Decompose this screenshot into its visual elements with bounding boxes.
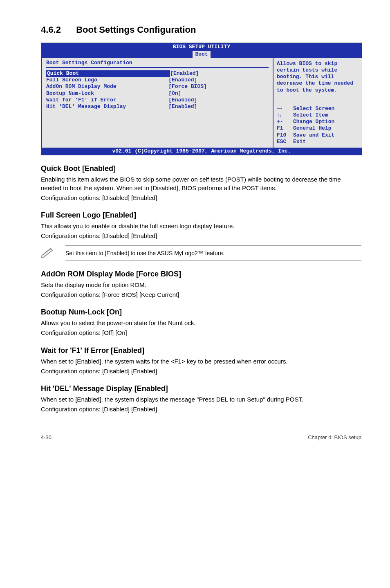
bios-setting-label: AddOn ROM Display Mode (46, 83, 168, 90)
bios-legend-key: ESC (277, 139, 293, 145)
section-heading: Boot Settings Configuration (76, 25, 196, 35)
bios-legend-row: ESCExit (277, 139, 359, 145)
bios-title: BIOS SETUP UTILITY (41, 44, 362, 50)
bios-setting-value: [Enabled] (168, 77, 197, 83)
fullscreen-desc: This allows you to enable or disable the… (41, 222, 361, 230)
bios-setting-label: Hit 'DEL' Message Display (46, 103, 168, 110)
bios-active-tab: Boot (193, 51, 210, 58)
addon-heading: AddOn ROM Display Mode [Force BIOS] (41, 270, 361, 278)
bios-help-text: Allows BIOS to skip certain tests while … (277, 61, 359, 105)
bios-legend-key: +- (277, 119, 293, 125)
bios-legend-row: ↑↓Select Item (277, 112, 359, 119)
numlock-desc: Allows you to select the power-on state … (41, 319, 361, 327)
bios-legend-text: Save and Exit (293, 132, 334, 139)
quickboot-options: Configuration options: [Disabled] [Enabl… (41, 194, 361, 202)
bios-legend-text: Select Screen (293, 105, 334, 112)
bios-setting-row: Quick Boot[Enabled] (46, 70, 269, 77)
bios-legend-row: +-Change Option (277, 119, 359, 125)
section-number: 4.6.2 (41, 25, 74, 35)
bios-setting-value: [Enabled] (168, 97, 197, 103)
waitf1-desc: When set to [Enabled], the system waits … (41, 357, 361, 366)
bios-setting-value: [Force BIOS] (168, 83, 207, 90)
bios-legend-row: F1General Help (277, 125, 359, 132)
bios-setting-label: Quick Boot (46, 70, 170, 77)
waitf1-options: Configuration options: [Disabled] [Enabl… (41, 367, 361, 375)
bios-setting-value: [Enabled] (170, 70, 199, 77)
bios-legend-text: Change Option (293, 119, 334, 125)
bios-setting-row: Full Screen Logo[Enabled] (46, 77, 269, 83)
bios-setting-label: Full Screen Logo (46, 77, 168, 83)
pen-note-icon (41, 247, 65, 259)
page-footer: 4-30 Chapter 4: BIOS setup (41, 434, 361, 440)
bios-legend-text: General Help (293, 125, 332, 132)
bios-setting-label: Wait for 'F1' if Error (46, 97, 168, 103)
quickboot-desc: Enabling this item allows the BIOS to sk… (41, 175, 361, 192)
bios-settings-list: Quick Boot[Enabled]Full Screen Logo[Enab… (46, 70, 269, 110)
bios-legend-row: ←→Select Screen (277, 105, 359, 112)
bios-header: BIOS SETUP UTILITY Boot (41, 43, 362, 58)
bios-setting-value: [On] (168, 90, 181, 97)
bios-setting-row: Hit 'DEL' Message Display[Enabled] (46, 103, 269, 110)
bios-legend-text: Select Item (293, 112, 328, 119)
addon-desc: Sets the display mode for option ROM. (41, 281, 361, 289)
page-number: 4-30 (41, 434, 52, 440)
bios-legend-row: F10Save and Exit (277, 132, 359, 139)
note-callout: Set this item to [Enabled] to use the AS… (41, 245, 361, 261)
bios-legend-key: ←→ (277, 105, 293, 112)
fullscreen-options: Configuration options: [Disabled] [Enabl… (41, 232, 361, 240)
bios-setting-row: AddOn ROM Display Mode[Force BIOS] (46, 83, 269, 90)
bios-legend-key: ↑↓ (277, 112, 293, 119)
fullscreen-heading: Full Screen Logo [Enabled] (41, 211, 361, 220)
addon-options: Configuration options: [Force BIOS] [Kee… (41, 291, 361, 299)
bios-panel-heading: Boot Settings Configuration (46, 60, 269, 68)
note-text: Set this item to [Enabled] to use the AS… (65, 245, 361, 261)
chapter-label: Chapter 4: BIOS setup (308, 434, 361, 440)
bios-legend-key: F10 (277, 132, 293, 139)
bios-screenshot: BIOS SETUP UTILITY Boot Boot Settings Co… (41, 43, 362, 155)
bios-main-panel: Boot Settings Configuration Quick Boot[E… (41, 58, 273, 148)
section-title: 4.6.2 Boot Settings Configuration (41, 25, 361, 35)
waitf1-heading: Wait for 'F1' If Error [Enabled] (41, 346, 361, 355)
bios-setting-value: [Enabled] (168, 103, 197, 110)
hitdel-heading: Hit 'DEL' Message Display [Enabled] (41, 384, 361, 393)
bios-help-panel: Allows BIOS to skip certain tests while … (273, 58, 362, 148)
bios-footer: v02.61 (C)Copyright 1985-2007, American … (41, 148, 362, 155)
bios-legend-text: Exit (293, 139, 306, 145)
hitdel-options: Configuration options: [Disabled] [Enabl… (41, 405, 361, 413)
numlock-options: Configuration options: [Off] [On] (41, 329, 361, 337)
hitdel-desc: When set to [Enabled], the system displa… (41, 395, 361, 404)
bios-setting-row: Bootup Num-Lock[On] (46, 90, 269, 97)
bios-legend-key: F1 (277, 125, 293, 132)
bios-setting-label: Bootup Num-Lock (46, 90, 168, 97)
quickboot-heading: Quick Boot [Enabled] (41, 164, 361, 173)
bios-setting-row: Wait for 'F1' if Error[Enabled] (46, 97, 269, 103)
bios-key-legend: ←→Select Screen↑↓Select Item+-Change Opt… (277, 105, 359, 146)
numlock-heading: Bootup Num-Lock [On] (41, 308, 361, 316)
